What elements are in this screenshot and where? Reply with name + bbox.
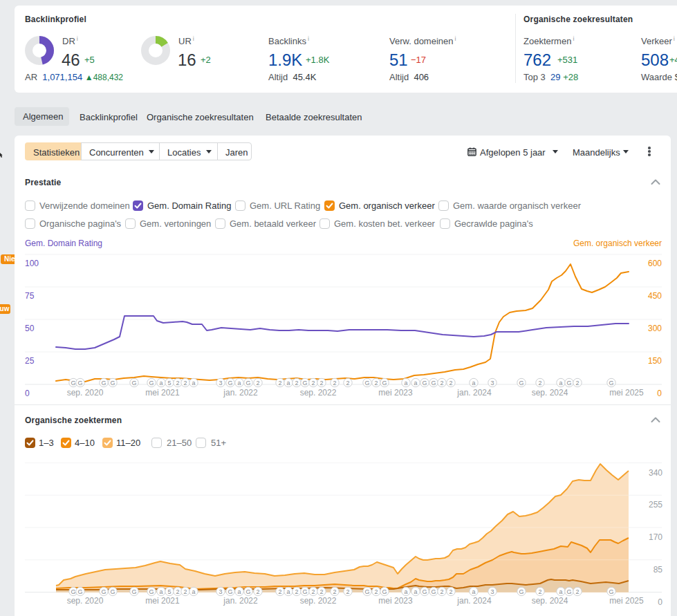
svg-text:sep. 2020: sep. 2020 [67,388,104,398]
svg-text:G: G [364,380,369,386]
svg-text:sep. 2020: sep. 2020 [67,596,104,606]
svg-text:G: G [245,588,250,595]
svg-text:3: 3 [490,588,494,595]
svg-text:G: G [302,588,307,595]
svg-text:G: G [422,380,427,386]
svg-text:2: 2 [183,588,187,595]
svg-text:a: a [237,588,241,595]
svg-text:sep. 2022: sep. 2022 [300,388,337,398]
svg-text:75: 75 [25,291,35,301]
svg-text:jan. 2024: jan. 2024 [456,388,492,398]
svg-text:5: 5 [167,588,171,595]
svg-text:2: 2 [538,380,541,386]
svg-text:sep. 2022: sep. 2022 [300,596,337,606]
svg-text:G: G [71,380,75,386]
svg-text:25: 25 [25,356,35,366]
svg-text:2: 2 [440,380,443,386]
svg-text:a: a [286,588,290,595]
svg-text:Gem. Domain Rating: Gem. Domain Rating [25,239,102,248]
svg-text:2: 2 [333,588,336,595]
svg-text:0: 0 [658,597,662,607]
svg-text:600: 600 [648,259,662,268]
svg-text:2: 2 [183,380,187,386]
svg-text:2: 2 [311,588,315,595]
svg-text:2: 2 [295,588,298,595]
svg-text:sep. 2024: sep. 2024 [532,388,568,398]
svg-text:a: a [404,588,407,595]
svg-text:2: 2 [575,588,579,595]
svg-text:G: G [149,588,154,595]
svg-text:mei 2023: mei 2023 [378,388,413,398]
svg-text:G: G [609,380,613,386]
svg-text:G: G [131,588,136,595]
svg-text:300: 300 [648,324,662,333]
svg-text:G: G [110,588,115,595]
svg-text:G: G [364,588,369,595]
svg-text:3: 3 [490,380,494,386]
svg-text:2: 2 [176,380,179,386]
svg-text:2: 2 [319,380,323,386]
svg-text:G: G [101,380,106,386]
svg-text:G: G [422,588,427,595]
svg-text:2: 2 [256,380,259,386]
svg-text:G: G [149,380,154,386]
svg-text:a: a [559,588,562,595]
svg-text:mei 2025: mei 2025 [609,388,644,398]
svg-text:a: a [414,588,417,595]
svg-text:a: a [237,380,241,386]
svg-text:3: 3 [219,380,222,386]
svg-text:2: 2 [449,588,452,595]
svg-text:2: 2 [295,380,298,386]
svg-text:2: 2 [278,588,281,595]
svg-text:a: a [472,380,475,386]
svg-text:2: 2 [278,380,281,386]
svg-text:2: 2 [538,588,541,595]
svg-text:mei 2021: mei 2021 [145,388,180,398]
svg-text:450: 450 [648,291,662,301]
svg-text:a: a [159,380,163,386]
svg-text:2: 2 [440,588,443,595]
svg-text:a: a [404,380,407,386]
svg-text:G: G [131,380,136,386]
svg-text:G: G [519,588,523,595]
svg-text:2: 2 [374,588,378,595]
svg-text:0: 0 [25,389,30,398]
svg-text:G: G [77,588,82,595]
svg-text:2: 2 [319,588,323,595]
svg-text:G: G [228,588,232,595]
svg-text:G: G [245,380,250,386]
svg-text:a: a [192,380,195,386]
svg-text:G: G [71,588,75,595]
svg-text:jan. 2024: jan. 2024 [456,596,492,606]
svg-text:a: a [159,588,163,595]
svg-text:a: a [472,588,475,595]
svg-text:mei 2021: mei 2021 [145,596,180,606]
svg-text:50: 50 [25,324,35,333]
svg-text:G: G [609,588,613,595]
svg-text:G: G [77,380,82,386]
svg-text:5: 5 [167,380,171,386]
svg-text:a: a [192,588,195,595]
svg-text:85: 85 [653,565,663,575]
svg-text:a: a [286,380,290,386]
svg-text:3: 3 [219,588,222,595]
svg-text:Gem. organisch verkeer: Gem. organisch verkeer [573,239,662,248]
svg-text:mei 2025: mei 2025 [609,596,644,606]
svg-text:G: G [101,588,106,595]
svg-text:G: G [382,380,387,386]
svg-text:G: G [566,380,571,386]
svg-text:a: a [414,380,417,386]
svg-text:2: 2 [374,380,378,386]
svg-text:150: 150 [648,356,662,366]
svg-text:2: 2 [346,588,349,595]
svg-text:2: 2 [176,588,179,595]
svg-text:sep. 2024: sep. 2024 [532,596,568,606]
svg-text:mei 2023: mei 2023 [378,596,413,606]
svg-text:G: G [382,588,387,595]
svg-text:jan. 2022: jan. 2022 [223,596,258,606]
svg-text:G: G [110,380,115,386]
svg-text:G: G [519,380,523,386]
svg-text:2: 2 [256,588,259,595]
svg-text:a: a [559,380,562,386]
svg-text:2: 2 [333,380,336,386]
